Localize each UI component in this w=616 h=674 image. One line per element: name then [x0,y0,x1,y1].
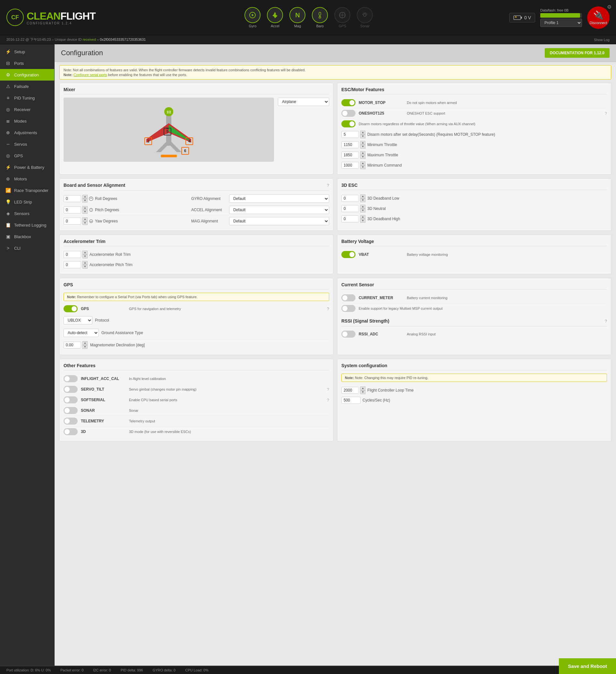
loop-time-up[interactable]: ▲ [360,386,365,390]
sidebar-item-servos[interactable]: ↔ Servos [0,138,54,150]
accel-pitch-trim-down[interactable]: ▼ [83,265,88,269]
max-throttle-down[interactable]: ▼ [360,155,365,159]
min-command-up[interactable]: ▲ [360,161,365,165]
accel-pitch-trim-input[interactable] [64,261,81,268]
min-command-input[interactable] [341,162,359,169]
gps-toggle[interactable] [64,305,78,312]
sensor-baro[interactable]: Baro [312,7,328,28]
delay-spinner[interactable]: ▲ ▼ [341,131,365,138]
accel-pitch-trim-spinner[interactable]: ▲ ▼ [64,261,88,269]
documentation-button[interactable]: DOCUMENTATION FOR 1.12.0 [545,48,610,58]
sidebar-item-cli[interactable]: > CLI [0,242,54,254]
min-throttle-input[interactable] [341,141,359,148]
pitch-spinner[interactable]: ▲ ▼ [64,206,86,214]
sensor-gyro[interactable]: Gyro [244,7,260,28]
sidebar-item-sensors[interactable]: ◈ Sensors [0,208,54,219]
accel-alignment-select[interactable]: Default [229,206,329,214]
delay-down[interactable]: ▼ [360,134,365,138]
deadband-low-spinner[interactable]: ▲ ▼ [341,195,365,202]
board-alignment-help[interactable]: ? [327,183,329,188]
deadband-high-up[interactable]: ▲ [360,215,365,219]
servo-tilt-help-icon[interactable]: ? [327,387,329,392]
sidebar-item-receiver[interactable]: ◎ Receiver [0,104,54,115]
save-reboot-button[interactable]: Save and Reboot [559,658,616,674]
min-command-down[interactable]: ▼ [360,165,365,169]
disconnect-button[interactable]: 🔌 Disconnect [587,6,610,29]
neutral-spinner[interactable]: ▲ ▼ [341,205,365,213]
loop-time-input[interactable] [341,387,359,394]
roll-input[interactable] [64,195,81,202]
pitch-input[interactable] [64,206,81,213]
min-throttle-down[interactable]: ▼ [360,145,365,148]
accel-roll-trim-input[interactable] [64,251,81,258]
accel-roll-trim-spinner[interactable]: ▲ ▼ [64,251,88,258]
max-throttle-up[interactable]: ▲ [360,151,365,155]
delay-input[interactable] [341,131,359,138]
sidebar-item-race-transponder[interactable]: 📶 Race Transponder [0,185,54,196]
sidebar-item-configuration[interactable]: ⚙ Configuration [0,69,54,81]
accel-roll-trim-up[interactable]: ▲ [83,251,88,254]
sidebar-item-ports[interactable]: ⊟ Ports [0,58,54,69]
yaw-down[interactable]: ▼ [83,221,88,225]
yaw-input[interactable] [64,218,81,225]
legacy-current-toggle[interactable] [341,305,356,312]
softserial-help-icon[interactable]: ? [327,398,329,403]
delay-up[interactable]: ▲ [360,131,365,134]
accel-pitch-trim-up[interactable]: ▲ [83,261,88,265]
yaw-up[interactable]: ▲ [83,217,88,221]
mag-decl-input[interactable] [64,341,81,349]
accel-roll-trim-down[interactable]: ▼ [83,254,88,258]
telemetry-toggle[interactable] [64,418,78,425]
vbat-toggle[interactable] [341,251,356,258]
deadband-high-down[interactable]: ▼ [360,219,365,223]
disarm-toggle[interactable] [341,120,356,127]
gyro-alignment-select[interactable]: Default [229,195,329,203]
sidebar-item-modes[interactable]: ≣ Modes [0,115,54,127]
current-meter-toggle[interactable] [341,294,356,301]
oneshot-help-icon[interactable]: ? [605,111,607,116]
max-throttle-input[interactable] [341,151,359,158]
min-command-spinner[interactable]: ▲ ▼ [341,161,365,169]
sidebar-item-gps[interactable]: ◎ GPS [0,150,54,161]
sensor-accel[interactable]: Accel [267,7,283,28]
sensor-gps[interactable]: GPS [334,7,350,28]
neutral-up[interactable]: ▲ [360,205,365,209]
sidebar-item-blackbox[interactable]: ▣ Blackbox [0,231,54,242]
serial-ports-link[interactable]: Configure serial ports [74,73,107,77]
min-throttle-up[interactable]: ▲ [360,141,365,145]
sidebar-item-motors[interactable]: ⊛ Motors [0,173,54,185]
deadband-high-input[interactable] [341,215,359,222]
profile-select[interactable]: Profile 1 [540,19,582,27]
sidebar-item-failsafe[interactable]: ⚠ Failsafe [0,81,54,92]
protocol-select[interactable]: UBLOX [64,316,92,325]
softserial-toggle[interactable] [64,397,78,404]
neutral-down[interactable]: ▼ [360,209,365,213]
roll-up[interactable]: ▲ [83,195,88,199]
roll-down[interactable]: ▼ [83,199,88,203]
ground-assist-select[interactable]: Auto-detect [64,329,99,337]
deadband-low-input[interactable] [341,195,359,202]
sonar-feature-toggle[interactable] [64,407,78,414]
mag-decl-up[interactable]: ▲ [83,341,88,345]
deadband-low-down[interactable]: ▼ [360,198,365,202]
loop-time-down[interactable]: ▼ [360,390,365,394]
inflight-acc-cal-toggle[interactable] [64,375,78,382]
rssi-help-icon[interactable]: ? [605,319,607,324]
sensor-sonar[interactable]: Sonar [357,7,373,28]
settings-icon[interactable]: ⚙ [607,4,612,10]
roll-spinner[interactable]: ▲ ▼ [64,195,86,203]
pitch-up[interactable]: ▲ [83,206,88,210]
deadband-high-spinner[interactable]: ▲ ▼ [341,215,365,223]
sidebar-item-pid-tuning[interactable]: ≡ PID Tuning [0,92,54,104]
mag-decl-spinner[interactable]: ▲ ▼ [64,341,88,349]
gps-info-icon[interactable]: ? [327,307,329,311]
deadband-low-up[interactable]: ▲ [360,195,365,198]
cycles-input[interactable] [341,397,361,404]
sidebar-item-tethered-logging[interactable]: 📋 Tethered Logging [0,219,54,231]
oneshot-toggle[interactable] [341,110,356,117]
show-log-button[interactable]: Show Log [594,38,610,42]
rssi-adc-toggle[interactable] [341,331,356,338]
min-throttle-spinner[interactable]: ▲ ▼ [341,141,365,148]
3d-feature-toggle[interactable] [64,428,78,435]
max-throttle-spinner[interactable]: ▲ ▼ [341,151,365,159]
